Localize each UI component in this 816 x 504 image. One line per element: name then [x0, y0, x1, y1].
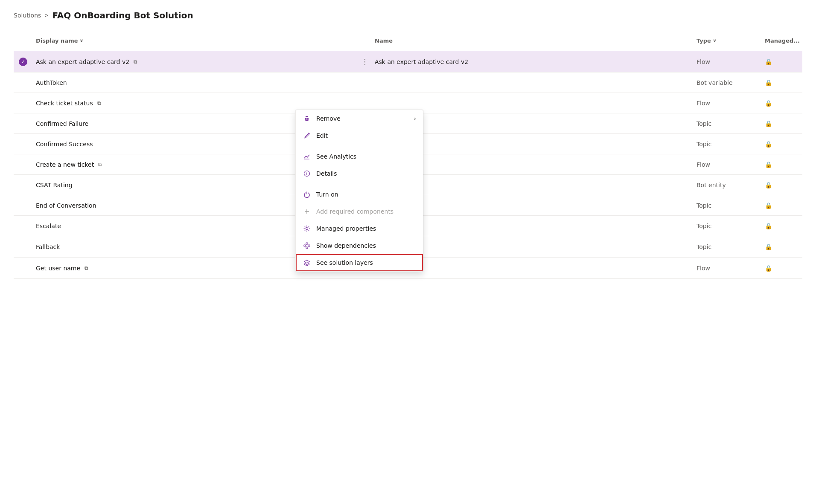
- row3-type: Flow: [691, 96, 760, 111]
- row11-external-link-icon[interactable]: ⧉: [85, 265, 88, 271]
- row1-external-link-icon[interactable]: ⧉: [134, 59, 137, 65]
- menu-item-show-dependencies[interactable]: Show dependencies: [296, 237, 423, 254]
- menu-item-details[interactable]: Details: [296, 165, 423, 182]
- menu-item-see-analytics[interactable]: See Analytics: [296, 148, 423, 165]
- analytics-icon: [303, 152, 311, 161]
- header-name: Name: [370, 34, 691, 47]
- row11-managed: 🔒: [760, 261, 802, 276]
- menu-item-see-solution-layers[interactable]: See solution layers: [296, 254, 423, 271]
- row6-type: Flow: [691, 157, 760, 172]
- row9-display-name-text: Escalate: [36, 223, 61, 229]
- row9-type: Topic: [691, 218, 760, 234]
- edit-icon: [303, 131, 311, 140]
- row11-display-name-text: Get user name: [36, 265, 80, 272]
- breadcrumb: Solutions > FAQ OnBoarding Bot Solution: [14, 10, 802, 20]
- menu-item-remove[interactable]: Remove ›: [296, 110, 423, 127]
- row4-checkbox[interactable]: [14, 119, 31, 128]
- menu-item-edit[interactable]: Edit: [296, 127, 423, 144]
- row3-name: [370, 99, 691, 107]
- remove-submenu-chevron: ›: [414, 115, 416, 122]
- svg-point-6: [306, 228, 308, 230]
- trash-icon: [303, 114, 311, 123]
- row1-checkbox[interactable]: ✓: [14, 53, 31, 70]
- table-row[interactable]: AuthToken Bot variable 🔒: [14, 72, 802, 93]
- menu-item-managed-properties-label: Managed properties: [316, 225, 376, 232]
- row9-managed: 🔒: [760, 218, 802, 234]
- row2-display-name[interactable]: AuthToken: [31, 75, 353, 90]
- row4-managed: 🔒: [760, 116, 802, 131]
- row11-lock-icon: 🔒: [765, 265, 772, 272]
- menu-item-turn-on[interactable]: Turn on: [296, 186, 423, 203]
- row5-managed: 🔒: [760, 136, 802, 152]
- row3-display-name[interactable]: Check ticket status ⧉: [31, 96, 353, 111]
- row3-display-name-text: Check ticket status: [36, 100, 93, 107]
- row4-lock-icon: 🔒: [765, 120, 772, 127]
- context-menu: Remove › Edit: [295, 110, 423, 272]
- menu-item-show-dependencies-label: Show dependencies: [316, 242, 376, 249]
- menu-divider-2: [296, 184, 423, 184]
- menu-item-turn-on-label: Turn on: [316, 191, 338, 198]
- header-type[interactable]: Type ∨: [691, 34, 760, 47]
- row8-checkbox[interactable]: [14, 201, 31, 210]
- row3-checkbox[interactable]: [14, 99, 31, 107]
- row3-type-text: Flow: [697, 100, 710, 107]
- row2-type: Bot variable: [691, 75, 760, 90]
- row1-managed: 🔒: [760, 54, 802, 70]
- breadcrumb-current: FAQ OnBoarding Bot Solution: [52, 10, 193, 20]
- row5-checkbox[interactable]: [14, 140, 31, 148]
- row8-display-name-text: End of Conversation: [36, 202, 96, 209]
- row3-lock-icon: 🔒: [765, 100, 772, 107]
- row7-type-text: Bot entity: [697, 182, 726, 188]
- menu-item-add-required-label: Add required components: [316, 208, 393, 215]
- breadcrumb-solutions-link[interactable]: Solutions: [14, 12, 41, 19]
- row8-type-text: Topic: [697, 202, 711, 209]
- menu-item-details-label: Details: [316, 170, 337, 177]
- layers-icon: [303, 258, 311, 267]
- table-header: Display name ∨ Name Type ∨ Managed...: [14, 31, 802, 51]
- row7-lock-icon: 🔒: [765, 182, 772, 188]
- row10-checkbox[interactable]: [14, 243, 31, 251]
- row2-menu-cell: [353, 78, 370, 87]
- row1-menu-cell[interactable]: ⋮: [353, 51, 370, 72]
- row2-display-name-text: AuthToken: [36, 79, 67, 86]
- row3-menu-cell: [353, 99, 370, 107]
- svg-rect-7: [304, 245, 306, 246]
- menu-item-remove-label: Remove: [316, 115, 341, 122]
- menu-item-see-analytics-label: See Analytics: [316, 153, 356, 160]
- context-menu-wrapper: Remove › Edit: [295, 110, 423, 272]
- row10-managed: 🔒: [760, 239, 802, 255]
- row6-lock-icon: 🔒: [765, 161, 772, 168]
- row7-managed: 🔒: [760, 177, 802, 193]
- row7-checkbox[interactable]: [14, 181, 31, 189]
- row11-type: Flow: [691, 261, 760, 276]
- page-container: Solutions > FAQ OnBoarding Bot Solution …: [0, 0, 816, 289]
- row10-type-text: Topic: [697, 243, 711, 250]
- row1-display-name[interactable]: Ask an expert adaptive card v2 ⧉: [31, 54, 353, 70]
- header-display-name[interactable]: Display name ∨: [31, 34, 353, 47]
- row11-checkbox[interactable]: [14, 264, 31, 272]
- header-menu-col: [353, 34, 370, 47]
- row1-name: Ask an expert adaptive card v2: [370, 54, 691, 70]
- row4-type-text: Topic: [697, 120, 711, 127]
- row11-type-text: Flow: [697, 265, 710, 272]
- row8-lock-icon: 🔒: [765, 202, 772, 209]
- row6-external-link-icon[interactable]: ⧉: [98, 162, 102, 168]
- row1-check-icon: ✓: [19, 58, 27, 66]
- dependencies-icon: [303, 241, 311, 250]
- row1-display-name-text: Ask an expert adaptive card v2: [36, 58, 129, 65]
- row5-type: Topic: [691, 136, 760, 152]
- menu-item-managed-properties[interactable]: Managed properties: [296, 220, 423, 237]
- row10-lock-icon: 🔒: [765, 243, 772, 250]
- header-name-label: Name: [375, 38, 393, 44]
- row6-checkbox[interactable]: [14, 160, 31, 169]
- row5-lock-icon: 🔒: [765, 141, 772, 148]
- row6-type-text: Flow: [697, 161, 710, 168]
- table-row[interactable]: ✓ Ask an expert adaptive card v2 ⧉ ⋮ Ask…: [14, 51, 802, 72]
- row1-lock-icon: 🔒: [765, 58, 772, 65]
- row4-display-name-text: Confirmed Failure: [36, 120, 88, 127]
- row3-external-link-icon[interactable]: ⧉: [97, 100, 101, 106]
- row9-checkbox[interactable]: [14, 222, 31, 230]
- row2-checkbox[interactable]: [14, 78, 31, 87]
- info-icon: [303, 169, 311, 178]
- breadcrumb-separator: >: [44, 12, 49, 18]
